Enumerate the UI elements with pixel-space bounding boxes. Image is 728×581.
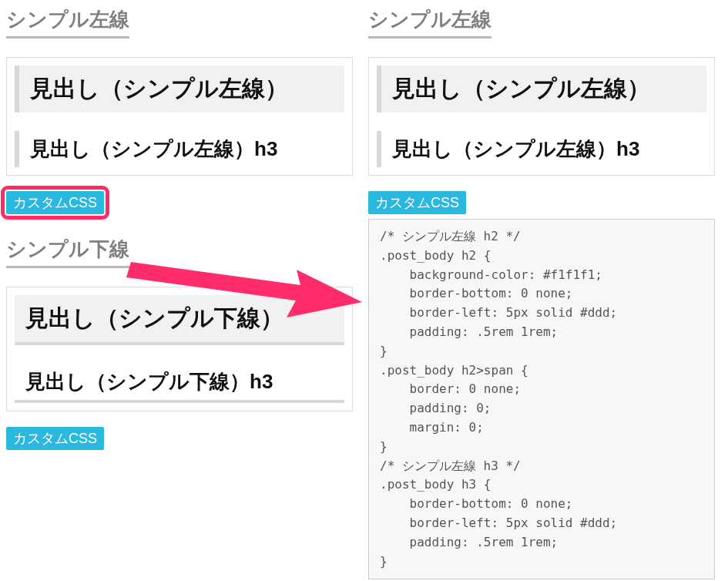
- heading-h3-leftline-right: 見出し（シンプル左線）h3: [377, 131, 706, 167]
- section-title-left-1: シンプル左線: [6, 6, 129, 39]
- custom-css-toggle-3[interactable]: カスタムCSS: [368, 191, 466, 214]
- preview-box-leftline: 見出し（シンプル左線） 見出し（シンプル左線）h3: [6, 57, 353, 176]
- heading-h3-underline: 見出し（シンプル下線）h3: [15, 364, 344, 403]
- preview-box-leftline-right: 見出し（シンプル左線） 見出し（シンプル左線）h3: [368, 57, 715, 176]
- heading-h2-leftline-right: 見出し（シンプル左線）: [377, 65, 706, 113]
- custom-css-toggle-1[interactable]: カスタムCSS: [6, 191, 104, 214]
- preview-box-underline: 見出し（シンプル下線） 見出し（シンプル下線）h3: [6, 287, 353, 411]
- css-code-block: /* シンプル左線 h2 */ .post_body h2 { backgrou…: [368, 219, 715, 579]
- section-title-right-1: シンプル左線: [368, 6, 491, 39]
- section-title-left-2: シンプル下線: [6, 236, 129, 268]
- left-column: シンプル左線 見出し（シンプル左線） 見出し（シンプル左線）h3 カスタムCSS…: [6, 6, 353, 579]
- heading-h2-leftline: 見出し（シンプル左線）: [15, 65, 344, 113]
- heading-h2-underline: 見出し（シンプル下線）: [15, 295, 344, 345]
- right-column: シンプル左線 見出し（シンプル左線） 見出し（シンプル左線）h3 カスタムCSS…: [368, 6, 715, 579]
- custom-css-toggle-2[interactable]: カスタムCSS: [6, 427, 104, 450]
- heading-h3-leftline: 見出し（シンプル左線）h3: [15, 131, 344, 167]
